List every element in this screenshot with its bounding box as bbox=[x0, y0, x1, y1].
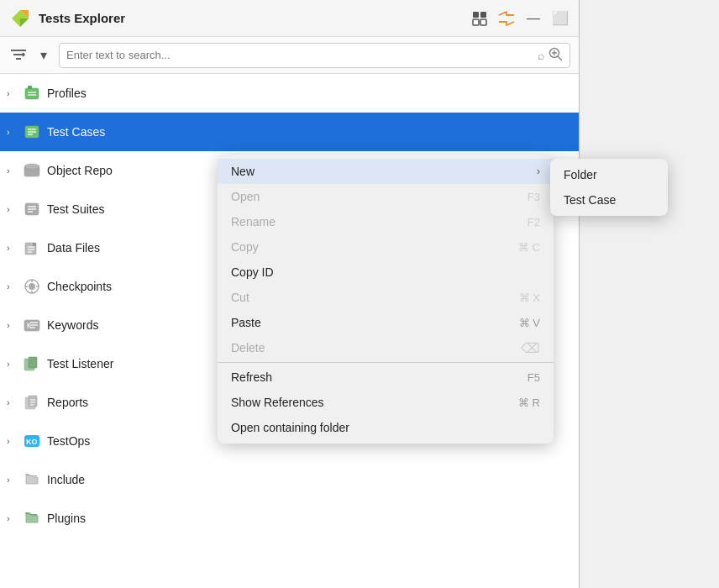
menu-refresh-shortcut: F5 bbox=[527, 371, 540, 384]
testlisteners-label: Test Listener bbox=[47, 357, 113, 370]
tree-item-plugins[interactable]: › Plugins bbox=[0, 499, 579, 538]
checkpoints-icon bbox=[22, 276, 42, 297]
submenu: Folder Test Case bbox=[550, 159, 668, 216]
svg-rect-6 bbox=[480, 19, 486, 25]
submenu-arrow-icon: › bbox=[537, 165, 540, 177]
chevron-icon: › bbox=[7, 320, 20, 330]
menu-showrefs-shortcut: ⌘ R bbox=[518, 396, 540, 409]
menu-open-shortcut: F3 bbox=[527, 191, 540, 203]
chevron-icon: › bbox=[7, 165, 20, 176]
right-panel bbox=[580, 0, 719, 588]
chevron-icon: › bbox=[7, 204, 20, 214]
testops-icon: KO bbox=[22, 431, 42, 451]
svg-rect-4 bbox=[480, 12, 486, 18]
title-left: Tests Explorer bbox=[8, 7, 125, 30]
include-label: Include bbox=[47, 473, 85, 486]
toolbar: ▾ ⌕ bbox=[0, 37, 579, 74]
navigate-icon[interactable] bbox=[496, 8, 517, 29]
context-menu: New › Folder Test Case Open F3 Rename F2 bbox=[218, 155, 554, 444]
reports-icon bbox=[22, 392, 42, 412]
menu-item-rename: Rename F2 bbox=[218, 209, 554, 234]
menu-delete-shortcut: ⌫ bbox=[521, 340, 540, 356]
submenu-testcase-label: Test Case bbox=[564, 193, 616, 207]
svg-rect-14 bbox=[25, 88, 39, 99]
menu-item-open: Open F3 bbox=[218, 184, 554, 209]
chevron-icon: › bbox=[7, 475, 20, 485]
search-icon: ⌕ bbox=[538, 49, 544, 62]
title-bar: Tests Explorer — ⬜ bbox=[0, 0, 579, 37]
menu-rename-label: Rename bbox=[231, 215, 276, 228]
menu-open-label: Open bbox=[231, 190, 260, 203]
tree-item-include[interactable]: › Include bbox=[0, 460, 579, 499]
chevron-icon: › bbox=[7, 127, 20, 137]
profiles-label: Profiles bbox=[47, 87, 87, 100]
menu-copy-shortcut: ⌘ C bbox=[518, 241, 540, 254]
swap-icon[interactable] bbox=[470, 8, 490, 29]
menu-showrefs-label: Show References bbox=[231, 396, 324, 409]
menu-item-paste[interactable]: Paste ⌘ V bbox=[218, 310, 554, 335]
profiles-icon bbox=[22, 83, 42, 103]
svg-rect-3 bbox=[473, 12, 479, 18]
search-box: ⌕ bbox=[59, 43, 570, 68]
svg-text:KO: KO bbox=[26, 438, 38, 446]
svg-marker-2 bbox=[20, 18, 29, 27]
datafiles-label: Data Files bbox=[47, 241, 100, 255]
menu-paste-label: Paste bbox=[231, 316, 261, 329]
plugins-label: Plugins bbox=[47, 512, 86, 525]
title-actions: — ⬜ bbox=[470, 8, 570, 29]
objectrepo-icon bbox=[22, 160, 42, 181]
chevron-icon: › bbox=[7, 436, 20, 446]
datafiles-icon bbox=[22, 238, 42, 258]
testcases-label: Test Cases bbox=[47, 125, 105, 139]
menu-item-opencontaining[interactable]: Open containing folder bbox=[218, 415, 554, 440]
chevron-icon: › bbox=[7, 88, 20, 98]
svg-line-11 bbox=[558, 56, 562, 60]
svg-rect-15 bbox=[28, 86, 32, 89]
menu-copy-label: Copy bbox=[231, 240, 259, 254]
menu-new-label: New bbox=[231, 165, 255, 178]
objectrepo-label: Object Repo bbox=[47, 164, 113, 177]
testlisteners-icon bbox=[22, 354, 42, 374]
testcases-icon bbox=[22, 122, 42, 142]
chevron-icon: › bbox=[7, 359, 20, 369]
maximize-icon[interactable]: ⬜ bbox=[550, 8, 570, 29]
svg-marker-30 bbox=[33, 243, 36, 246]
menu-delete-label: Delete bbox=[231, 341, 265, 354]
search-input[interactable] bbox=[66, 49, 538, 61]
dropdown-icon[interactable]: ▾ bbox=[34, 45, 54, 66]
checkpoints-label: Checkpoints bbox=[47, 280, 112, 293]
filter-icon[interactable] bbox=[8, 45, 29, 66]
menu-paste-shortcut: ⌘ V bbox=[519, 317, 540, 329]
svg-rect-46 bbox=[29, 357, 37, 368]
keywords-icon: K bbox=[22, 315, 42, 335]
app-icon bbox=[8, 7, 32, 30]
app-title: Tests Explorer bbox=[39, 11, 125, 25]
plugins-icon bbox=[22, 508, 42, 528]
testsuites-icon bbox=[22, 199, 42, 219]
tree-item-profiles[interactable]: › Profiles bbox=[0, 74, 579, 113]
menu-rename-shortcut: F2 bbox=[527, 216, 540, 228]
chevron-icon: › bbox=[7, 243, 20, 253]
minimize-icon[interactable]: — bbox=[523, 8, 543, 29]
menu-refresh-label: Refresh bbox=[231, 370, 272, 384]
menu-copyid-label: Copy ID bbox=[231, 265, 274, 279]
menu-cut-label: Cut bbox=[231, 291, 249, 304]
menu-item-delete: Delete ⌫ bbox=[218, 335, 554, 360]
chevron-icon: › bbox=[7, 513, 20, 523]
menu-item-refresh[interactable]: Refresh F5 bbox=[218, 365, 554, 390]
submenu-item-testcase[interactable]: Test Case bbox=[550, 187, 668, 213]
tree-item-testcases[interactable]: › Test Cases bbox=[0, 113, 579, 151]
chevron-icon: › bbox=[7, 397, 20, 407]
chevron-icon: › bbox=[7, 281, 20, 291]
menu-item-showrefs[interactable]: Show References ⌘ R bbox=[218, 390, 554, 415]
menu-item-new[interactable]: New › Folder Test Case bbox=[218, 159, 554, 184]
menu-opencontaining-label: Open containing folder bbox=[231, 421, 349, 434]
submenu-item-folder[interactable]: Folder bbox=[550, 162, 668, 187]
main-panel: Tests Explorer — ⬜ bbox=[0, 0, 580, 588]
menu-item-copyid[interactable]: Copy ID bbox=[218, 260, 554, 285]
svg-rect-5 bbox=[473, 19, 479, 25]
advanced-search-icon[interactable] bbox=[548, 46, 563, 65]
testsuites-label: Test Suites bbox=[47, 202, 104, 216]
reports-label: Reports bbox=[47, 396, 88, 409]
testops-label: TestOps bbox=[47, 434, 90, 448]
